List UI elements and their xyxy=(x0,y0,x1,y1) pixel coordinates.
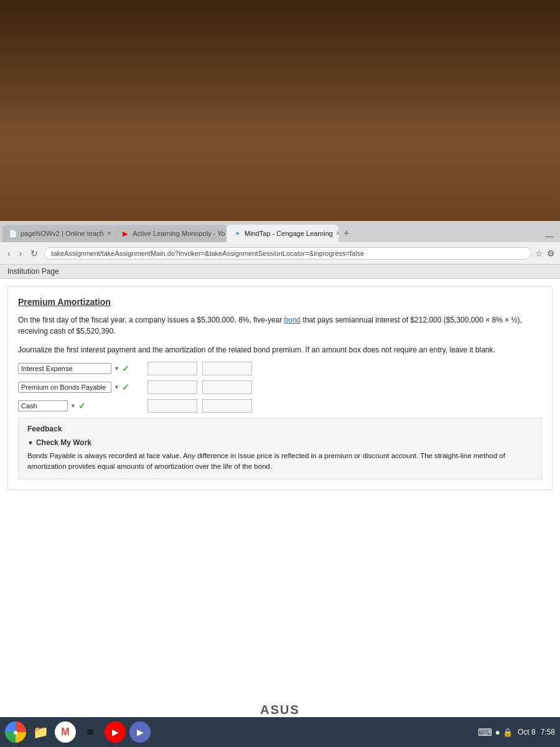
address-bar-row: ‹ › ↻ ☆ ⚙ xyxy=(0,242,560,265)
taskbar-chrome-icon[interactable]: ● xyxy=(5,721,26,743)
browser-controls: — xyxy=(545,231,558,242)
taskbar-right: ⌨ ● 🔒 Oct 8 7:58 xyxy=(478,726,555,738)
taskbar-docs-icon[interactable]: ≡ xyxy=(80,721,101,743)
background-photo xyxy=(0,0,560,230)
credit-input-1[interactable] xyxy=(202,362,252,375)
content-spacer xyxy=(0,497,560,622)
address-input[interactable] xyxy=(44,247,531,260)
account-dropdown-wrapper-2: Premium on Bonds Payable xyxy=(18,382,111,393)
journal-row-3: Cash ▼ ✓ xyxy=(18,399,542,413)
tab-favicon-mindtap: ✦ xyxy=(233,229,241,238)
tab-label-pagenow: pageNOWv2 | Online teach xyxy=(21,230,104,237)
tab-bar: 📄 pageNOWv2 | Online teach × ▶ Active Le… xyxy=(0,221,560,242)
account-dropdown-1[interactable]: Interest Expense xyxy=(18,363,111,374)
tab-favicon-pagenow: 📄 xyxy=(9,229,17,238)
check-icon-2: ✓ xyxy=(122,382,129,392)
security-icon[interactable]: 🔒 xyxy=(503,728,513,737)
tab-mindtap[interactable]: ✦ MindTap - Cengage Learning × xyxy=(226,225,338,242)
instruction-text: Journalize the first interest payment an… xyxy=(18,345,542,354)
content-card: Premium Amortization On the first day of… xyxy=(7,286,553,490)
taskbar-gmail-icon[interactable]: M xyxy=(55,721,76,743)
feedback-title: Feedback xyxy=(27,425,533,433)
section-title: Premium Amortization xyxy=(18,297,542,307)
bond-link[interactable]: bond xyxy=(284,316,301,324)
account-select-2: Premium on Bonds Payable ▼ ✓ xyxy=(18,382,142,393)
feedback-body: Bonds Payable is always recorded at face… xyxy=(27,451,533,472)
debit-input-3[interactable] xyxy=(147,399,197,413)
tab-label-youtube: Active Learning Monopoly - Yo xyxy=(133,230,225,237)
triangle-icon: ▼ xyxy=(27,439,34,446)
account-select-3: Cash ▼ ✓ xyxy=(18,400,142,411)
credit-input-3[interactable] xyxy=(202,399,252,413)
tab-label-mindtap: MindTap - Cengage Learning xyxy=(245,230,333,237)
account-select-1: Interest Expense ▼ ✓ xyxy=(18,363,142,374)
feedback-section: Feedback ▼ Check My Work Bonds Payable i… xyxy=(18,418,542,479)
institution-label: Institution Page xyxy=(7,267,59,276)
main-content: Premium Amortization On the first day of… xyxy=(0,279,560,720)
asus-logo: ASUS xyxy=(260,703,300,717)
tab-close-pagenow[interactable]: × xyxy=(107,229,111,238)
taskbar-media-icon[interactable]: ▶ xyxy=(129,721,151,743)
journal-row-1: Interest Expense ▼ ✓ xyxy=(18,362,542,375)
browser-window: 📄 pageNOWv2 | Online teach × ▶ Active Le… xyxy=(0,221,560,747)
bookmark-icon[interactable]: ☆ xyxy=(535,248,543,258)
taskbar-date: Oct 8 xyxy=(518,728,536,736)
taskbar-tray: ⌨ ● 🔒 xyxy=(478,726,512,738)
check-icon-1: ✓ xyxy=(122,364,129,374)
problem-text-intro: On the first day of the fiscal year, a c… xyxy=(18,316,284,324)
account-dropdown-2[interactable]: Premium on Bonds Payable xyxy=(18,382,111,393)
journal-entries: Interest Expense ▼ ✓ Premium on xyxy=(18,362,542,413)
taskbar: ● 📁 M ≡ ▶ ▶ ⌨ ● 🔒 Oct 8 7:58 xyxy=(0,717,560,747)
back-button[interactable]: ‹ xyxy=(5,247,13,260)
new-tab-button[interactable]: + xyxy=(338,225,354,242)
forward-button[interactable]: › xyxy=(17,247,25,260)
refresh-button[interactable]: ↻ xyxy=(28,247,40,260)
journal-row-2: Premium on Bonds Payable ▼ ✓ xyxy=(18,380,542,394)
debit-input-2[interactable] xyxy=(147,380,197,394)
account-dropdown-wrapper-1: Interest Expense xyxy=(18,363,111,374)
keyboard-icon[interactable]: ⌨ xyxy=(478,726,492,738)
tab-youtube[interactable]: ▶ Active Learning Monopoly - Yo × xyxy=(114,225,226,242)
dropdown-arrow-1: ▼ xyxy=(114,365,119,372)
settings-icon[interactable]: ⚙ xyxy=(547,248,555,258)
taskbar-files-icon[interactable]: 📁 xyxy=(30,721,51,743)
network-icon[interactable]: ● xyxy=(495,727,500,737)
dropdown-arrow-3: ▼ xyxy=(70,403,76,409)
problem-text: On the first day of the fiscal year, a c… xyxy=(18,314,542,337)
check-my-work-link[interactable]: ▼ Check My Work xyxy=(27,438,533,447)
debit-input-1[interactable] xyxy=(147,362,197,375)
taskbar-youtube-icon[interactable]: ▶ xyxy=(105,721,126,743)
minimize-button[interactable]: — xyxy=(545,231,554,241)
tab-pagenow[interactable]: 📄 pageNOWv2 | Online teach × xyxy=(2,225,114,242)
taskbar-time: 7:58 xyxy=(541,728,555,736)
check-icon-3: ✓ xyxy=(78,401,86,411)
credit-input-2[interactable] xyxy=(202,380,252,394)
account-dropdown-wrapper-3: Cash xyxy=(18,400,68,411)
dropdown-arrow-2: ▼ xyxy=(114,384,119,390)
institution-bar: Institution Page xyxy=(0,265,560,279)
account-dropdown-3[interactable]: Cash xyxy=(18,400,68,411)
check-my-work-label: Check My Work xyxy=(36,438,91,447)
tab-favicon-youtube: ▶ xyxy=(121,229,129,238)
